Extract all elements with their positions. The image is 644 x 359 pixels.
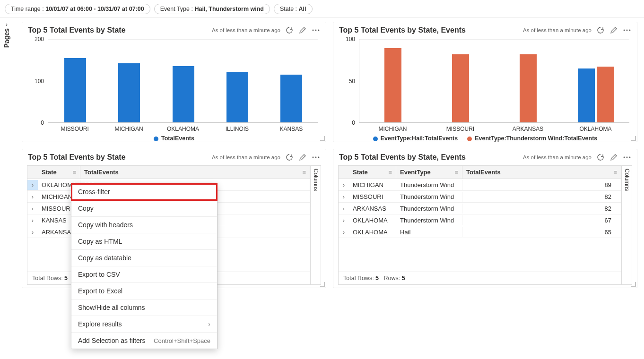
refresh-icon[interactable] xyxy=(596,26,605,34)
column-menu-icon[interactable]: ≡ xyxy=(302,169,306,176)
pages-label: Pages xyxy=(3,28,10,48)
more-icon[interactable] xyxy=(312,153,320,162)
filter-event-type[interactable]: Event Type : Hail, Thunderstorm wind xyxy=(154,4,270,14)
column-menu-icon[interactable]: ≡ xyxy=(388,169,392,176)
filter-time-range[interactable]: Time range : 10/01/07 at 06:00 - 10/31/0… xyxy=(5,4,150,14)
chevron-right-icon: › xyxy=(6,21,8,28)
expand-icon[interactable]: › xyxy=(27,192,38,202)
more-icon[interactable] xyxy=(623,26,631,34)
table-row[interactable]: › OKLAHOMA Thunderstorm Wind 67 xyxy=(339,214,621,226)
expand-icon[interactable]: › xyxy=(27,204,38,214)
context-menu-item[interactable]: Export to CSV xyxy=(71,266,217,283)
resize-handle[interactable] xyxy=(631,136,636,141)
cell-eventtype: Thunderstorm Wind xyxy=(396,204,462,214)
column-header-state[interactable]: State≡ xyxy=(349,166,396,179)
context-menu-item[interactable]: Copy as datatable xyxy=(71,250,217,266)
bar[interactable] xyxy=(226,72,248,122)
bar[interactable] xyxy=(597,67,614,122)
expand-icon[interactable]: › xyxy=(27,180,38,190)
context-menu-item[interactable]: Add Selection as filtersControl+Shift+Sp… xyxy=(71,333,217,349)
column-label: State xyxy=(353,169,368,176)
edit-icon[interactable] xyxy=(298,26,307,34)
resize-handle[interactable] xyxy=(320,136,325,141)
bar[interactable] xyxy=(64,58,86,122)
pages-panel-toggle[interactable]: Pages › xyxy=(2,19,11,52)
refresh-icon[interactable] xyxy=(285,26,294,34)
as-of-text: As of less than a minute ago xyxy=(212,27,280,33)
context-menu-item[interactable]: Export to Excel xyxy=(71,283,217,299)
expand-icon[interactable]: › xyxy=(339,215,349,225)
columns-panel-toggle[interactable]: Columns xyxy=(310,166,321,284)
legend-item[interactable]: EventType:Hail:TotalEvents xyxy=(373,135,458,142)
x-axis: MICHIGANMISSOURIARKANSASOKLAHOMA xyxy=(359,126,629,132)
y-tick: 100 xyxy=(346,36,355,43)
more-icon[interactable] xyxy=(312,26,320,34)
svg-point-11 xyxy=(629,157,631,158)
legend: EventType:Hail:TotalEventsEventType:Thun… xyxy=(333,135,637,142)
expand-icon[interactable]: › xyxy=(339,227,349,237)
expand-icon[interactable]: › xyxy=(339,204,349,214)
tile-actions: As of less than a minute ago xyxy=(523,153,631,162)
context-menu-item[interactable]: Copy with headers xyxy=(71,217,217,233)
expand-icon[interactable]: › xyxy=(27,227,38,237)
menu-item-label: Copy as datatable xyxy=(78,254,131,262)
column-menu-icon[interactable]: ≡ xyxy=(72,169,76,176)
legend-item[interactable]: EventType:Thunderstorm Wind:TotalEvents xyxy=(467,135,597,142)
bar[interactable] xyxy=(452,54,469,122)
plot[interactable] xyxy=(359,39,629,123)
legend-item[interactable]: TotalEvents xyxy=(154,135,194,142)
bar[interactable] xyxy=(384,48,401,122)
refresh-icon[interactable] xyxy=(596,153,605,162)
column-header-totalevents[interactable]: TotalEvents≡ xyxy=(80,166,310,179)
column-header-eventtype[interactable]: EventType≡ xyxy=(396,166,462,179)
x-axis: MISSOURIMICHIGANOKLAHOMAILLINOISKANSAS xyxy=(48,126,318,132)
expand-icon[interactable]: › xyxy=(339,180,349,190)
filter-bar: Time range : 10/01/07 at 06:00 - 10/31/0… xyxy=(0,0,644,17)
columns-panel-toggle[interactable]: Columns xyxy=(621,166,632,284)
svg-point-2 xyxy=(318,30,320,31)
column-menu-icon[interactable]: ≡ xyxy=(454,169,458,176)
bar[interactable] xyxy=(118,63,140,122)
edit-icon[interactable] xyxy=(609,153,618,162)
table-row[interactable]: › OKLAHOMA Hail 65 xyxy=(339,226,621,238)
column-header-state[interactable]: State≡ xyxy=(38,166,80,179)
edit-icon[interactable] xyxy=(609,26,618,34)
refresh-icon[interactable] xyxy=(285,153,294,162)
more-icon[interactable] xyxy=(623,153,631,162)
plot[interactable] xyxy=(48,39,318,123)
menu-item-label: Add Selection as filters xyxy=(78,337,145,344)
context-menu-item[interactable]: Explore results› xyxy=(71,316,217,333)
menu-item-label: Copy xyxy=(78,205,94,212)
column-menu-icon[interactable]: ≡ xyxy=(613,169,617,176)
cell-eventtype: Hail xyxy=(396,227,462,237)
svg-point-10 xyxy=(627,157,628,158)
expand-icon[interactable]: › xyxy=(27,215,38,225)
column-header-totalevents[interactable]: TotalEvents≡ xyxy=(462,166,621,179)
expand-icon[interactable]: › xyxy=(339,192,349,202)
svg-point-1 xyxy=(315,30,317,31)
resize-handle[interactable] xyxy=(320,282,325,287)
table-row[interactable]: › MICHIGAN Thunderstorm Wind 89 xyxy=(339,179,621,191)
tile-title: Top 5 Total Events by State xyxy=(28,26,126,34)
context-menu-item[interactable]: Cross-filter xyxy=(71,184,217,200)
bar[interactable] xyxy=(520,54,537,122)
context-menu-item[interactable]: Show/Hide all columns xyxy=(71,299,217,316)
rows-value: 5 xyxy=(402,275,405,282)
tile-actions: As of less than a minute ago xyxy=(212,153,320,162)
tile-header: Top 5 Total Events by State As of less t… xyxy=(22,22,326,36)
cell-state: OKLAHOMA xyxy=(349,227,396,237)
bar[interactable] xyxy=(173,66,194,122)
resize-handle[interactable] xyxy=(631,282,636,287)
x-label: MISSOURI xyxy=(426,126,494,132)
context-menu-item[interactable]: Copy xyxy=(71,200,217,217)
table-row[interactable]: › MISSOURI Thunderstorm Wind 82 xyxy=(339,191,621,203)
filter-state[interactable]: State : All xyxy=(274,4,313,14)
svg-point-3 xyxy=(624,30,625,31)
bar[interactable] xyxy=(578,68,595,122)
edit-icon[interactable] xyxy=(298,153,307,162)
svg-point-8 xyxy=(318,157,320,158)
as-of-text: As of less than a minute ago xyxy=(523,154,592,160)
context-menu-item[interactable]: Copy as HTML xyxy=(71,233,217,250)
bar[interactable] xyxy=(280,75,302,122)
table-row[interactable]: › ARKANSAS Thunderstorm Wind 82 xyxy=(339,203,621,214)
